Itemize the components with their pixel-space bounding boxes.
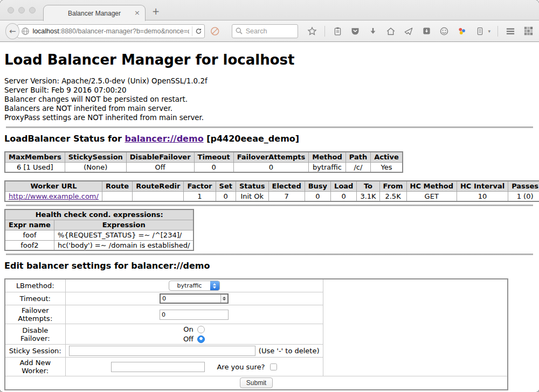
- column-header: DisableFailover: [126, 152, 194, 162]
- column-header: Passes: [508, 181, 539, 191]
- home-icon[interactable]: [385, 26, 396, 37]
- submit-button[interactable]: Submit: [240, 377, 273, 388]
- table-cell: 7: [268, 191, 305, 201]
- radio-on-label: On: [183, 325, 193, 333]
- server-version: Server Version: Apache/2.5.0-dev (Unix) …: [4, 76, 535, 86]
- back-button[interactable]: ←: [5, 23, 19, 39]
- column-header: From: [379, 181, 406, 191]
- inherit-notice: Balancers are NOT inherited from main se…: [4, 104, 535, 113]
- radio-on[interactable]: [197, 326, 205, 333]
- divider: [6, 205, 533, 206]
- pocket-icon[interactable]: [350, 26, 361, 37]
- menu-hamburger-icon[interactable]: [505, 26, 516, 37]
- table-row: foof %{REQUEST_STATUS} =~ /^[234]/: [5, 230, 194, 240]
- failover-attempts-label: Failover Attempts:: [5, 305, 65, 324]
- reading-list-icon[interactable]: [332, 26, 343, 37]
- submit-cell: Submit: [5, 376, 508, 390]
- table-cell: 0: [216, 191, 236, 201]
- column-header: FailoverAttempts: [233, 152, 309, 162]
- sticky-session-hint: (Use '-' to delete): [259, 347, 320, 355]
- column-header: HC Method: [406, 181, 457, 191]
- reader-panel-icon[interactable]: [474, 26, 485, 37]
- save-to-device-icon[interactable]: [421, 26, 432, 37]
- timeout-label: Timeout:: [5, 292, 65, 305]
- tracking-blocked-icon[interactable]: [210, 26, 219, 37]
- table-header-row: Worker URL Route RouteRedir Factor Set S…: [5, 181, 539, 191]
- lbmethod-selected-value: bytraffic: [169, 281, 210, 290]
- bookmark-star-icon[interactable]: [307, 26, 317, 37]
- timeout-cell: [65, 292, 323, 305]
- table-cell: %{REQUEST_STATUS} =~ /^[234]/: [54, 230, 194, 240]
- table-cell: 3.1K: [357, 191, 379, 201]
- column-header: Elected: [268, 181, 305, 191]
- worker-table: Worker URL Route RouteRedir Factor Set S…: [4, 180, 539, 202]
- add-worker-input[interactable]: [111, 362, 205, 372]
- status-heading: LoadBalancer Status for balancer://demo …: [4, 134, 535, 144]
- tab-balancer-manager[interactable]: Balancer Manager ×: [43, 5, 146, 21]
- zoom-window-button[interactable]: [29, 7, 36, 13]
- browser-window: Balancer Manager × + ← localhost:8880/ba…: [0, 0, 539, 392]
- confirm-label: Are you sure?: [217, 363, 265, 371]
- table-cell: bytraffic: [309, 162, 345, 172]
- new-tab-button[interactable]: +: [152, 6, 160, 17]
- page-content: Load Balancer Manager for localhost Serv…: [0, 42, 539, 391]
- number-spinner-icon[interactable]: [220, 295, 227, 303]
- search-placeholder: Search: [246, 27, 267, 35]
- column-header: Expr name: [5, 220, 54, 230]
- column-header: Method: [309, 152, 345, 162]
- table-header-row: MaxMembers StickySession DisableFailover…: [5, 152, 403, 162]
- downloads-icon[interactable]: [368, 26, 378, 37]
- radio-off-label: Off: [183, 335, 194, 343]
- balancer-settings-form: LBmethod: bytraffic Timeout:: [4, 278, 508, 390]
- reload-icon[interactable]: [195, 27, 202, 36]
- disable-failover-label: Disable Failover:: [5, 324, 65, 345]
- table-row: http://www.example.com/ 1 0 Init Ok 7 0 …: [5, 191, 539, 201]
- column-header: Status: [236, 181, 268, 191]
- search-input[interactable]: Search: [232, 24, 299, 38]
- table-cell: (None): [65, 162, 126, 172]
- table-cell: GET: [406, 191, 457, 201]
- balancer-status-table: MaxMembers StickySession DisableFailover…: [4, 151, 403, 173]
- tab-title: Balancer Manager: [68, 10, 121, 17]
- server-info: Server Version: Apache/2.5.0-dev (Unix) …: [4, 76, 535, 122]
- proxypass-notice: ProxyPass settings are NOT inherited fro…: [4, 113, 535, 122]
- radio-off[interactable]: [197, 335, 205, 343]
- chevron-down-icon[interactable]: ▾: [488, 29, 490, 34]
- window-controls: [8, 7, 36, 13]
- divider: [6, 254, 533, 255]
- table-cell: [133, 191, 184, 201]
- timeout-input[interactable]: [161, 295, 220, 303]
- worker-url-link[interactable]: http://www.example.com/: [9, 192, 99, 200]
- lbmethod-cell: bytraffic: [65, 279, 323, 292]
- emoji-icon[interactable]: [439, 26, 450, 37]
- close-window-button[interactable]: [8, 7, 14, 13]
- table-row: foof2 hc('body') =~ /domain is establish…: [5, 240, 194, 250]
- tile-grid-icon[interactable]: [523, 26, 534, 37]
- lbmethod-select[interactable]: bytraffic: [169, 281, 220, 291]
- failover-attempts-input[interactable]: [160, 310, 229, 320]
- column-header: Path: [345, 152, 370, 162]
- table-cell: foof2: [5, 240, 54, 250]
- sticky-session-input[interactable]: [69, 346, 255, 356]
- sticky-session-cell: (Use '-' to delete): [65, 345, 323, 358]
- toolbar-icons: ▾: [307, 26, 534, 37]
- send-tab-icon[interactable]: [403, 26, 414, 37]
- table-header-row: Expr name Expression: [5, 220, 194, 230]
- minimize-window-button[interactable]: [18, 7, 25, 13]
- column-header: Factor: [184, 181, 216, 191]
- column-header: Busy: [305, 181, 330, 191]
- form-spacer: [323, 279, 508, 376]
- table-cell: 6 [1 Used]: [5, 162, 65, 172]
- page-title: Load Balancer Manager for localhost: [4, 52, 535, 68]
- table-cell: 1 (0): [508, 191, 539, 201]
- url-text: localhost:8880/balancer-manager?b=demo&n…: [32, 27, 189, 35]
- extension-palette-icon[interactable]: [457, 26, 467, 37]
- balancer-demo-link[interactable]: balancer://demo: [125, 134, 203, 144]
- lbmethod-label: LBmethod:: [5, 279, 65, 292]
- table-header-row: Health check cond. expressions:: [5, 209, 194, 220]
- confirm-checkbox[interactable]: [270, 363, 277, 370]
- column-header: RouteRedir: [133, 181, 184, 191]
- tab-close-icon[interactable]: ×: [134, 9, 140, 17]
- column-header: Load: [331, 181, 357, 191]
- url-bar[interactable]: localhost:8880/balancer-manager?b=demo&n…: [17, 24, 205, 38]
